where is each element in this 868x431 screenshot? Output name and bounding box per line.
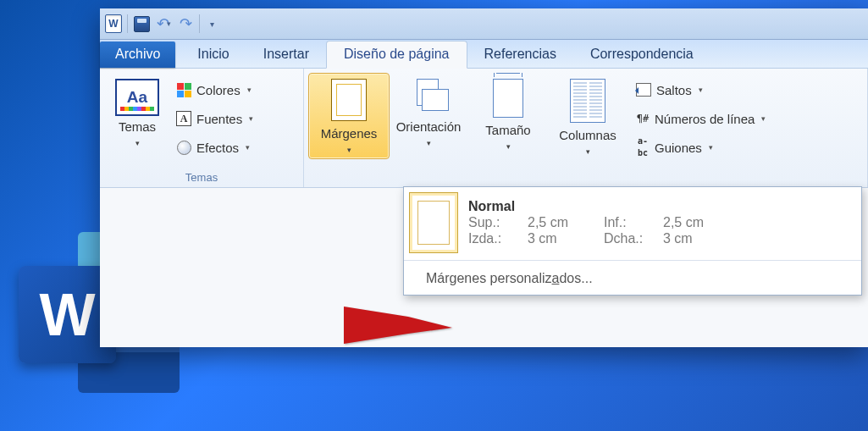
word-window: W ↶▾ ↷ ▾ Archivo Inicio Insertar Diseño … — [100, 8, 868, 347]
colors-icon — [176, 82, 191, 97]
tab-diseno-de-pagina[interactable]: Diseño de página — [326, 41, 467, 69]
line-numbers-icon: ¶# — [636, 112, 650, 125]
effects-icon — [176, 140, 191, 155]
group-label: Temas — [100, 171, 303, 184]
tab-inicio[interactable]: Inicio — [180, 41, 246, 68]
efectos-button[interactable]: Efectos▾ — [171, 135, 258, 160]
chevron-down-icon: ▾ — [699, 86, 703, 94]
orientation-icon — [412, 79, 445, 114]
tab-insertar[interactable]: Insertar — [246, 41, 326, 68]
divider — [199, 14, 200, 33]
guiones-button[interactable]: a-bc Guiones▾ — [631, 135, 771, 160]
chevron-down-icon: ▾ — [246, 143, 250, 152]
chevron-down-icon: ▾ — [586, 147, 590, 156]
chevron-down-icon: ▾ — [506, 142, 511, 151]
size-icon — [493, 79, 523, 118]
orientacion-button[interactable]: Orientación ▾ — [389, 74, 468, 152]
margenes-button[interactable]: Márgenes ▾ — [309, 74, 389, 158]
separator — [404, 260, 861, 261]
numeros-de-linea-button[interactable]: ¶# Números de línea▾ — [631, 106, 771, 131]
breaks-icon — [636, 82, 651, 97]
margenes-personalizados-item[interactable]: Márgenes personalizados... — [404, 262, 861, 295]
divider — [127, 14, 128, 33]
app-menu-icon[interactable]: W — [105, 15, 122, 32]
chevron-down-icon: ▾ — [761, 114, 766, 123]
saltos-button[interactable]: Saltos▾ — [631, 77, 771, 102]
group-configurar-pagina: Márgenes ▾ Orientación ▾ Tamaño ▾ — [304, 69, 868, 187]
themes-icon: Aa — [115, 79, 159, 116]
qat-customize-button[interactable]: ▾ — [205, 15, 222, 32]
preset-name: Normal — [468, 199, 854, 214]
fuentes-button[interactable]: A Fuentes▾ — [171, 106, 258, 131]
redo-button[interactable]: ↷ — [177, 15, 194, 32]
margin-preset-normal[interactable]: Normal Sup.: 2,5 cm Inf.: 2,5 cm Izda.: … — [404, 187, 861, 258]
ribbon-body: Aa Temas ▾ Colores▾ A Fuentes▾ Ef — [100, 69, 868, 188]
hyphenation-icon: a-bc — [636, 141, 650, 153]
ribbon-tabs: Archivo Inicio Insertar Diseño de página… — [100, 40, 868, 69]
chevron-down-icon: ▾ — [427, 139, 431, 147]
chevron-down-icon: ▾ — [247, 86, 252, 94]
chevron-down-icon: ▾ — [249, 114, 253, 123]
tab-correspondencia[interactable]: Correspondencia — [573, 41, 710, 68]
colores-button[interactable]: Colores▾ — [171, 77, 258, 102]
annotation-arrow — [344, 307, 452, 344]
chevron-down-icon: ▾ — [135, 139, 140, 147]
temas-gallery-button[interactable]: Aa Temas ▾ — [105, 74, 169, 150]
chevron-down-icon: ▾ — [709, 143, 713, 152]
margenes-dropdown: Normal Sup.: 2,5 cm Inf.: 2,5 cm Izda.: … — [403, 186, 862, 296]
fonts-icon: A — [176, 111, 191, 126]
tab-referencias[interactable]: Referencias — [467, 41, 573, 68]
margins-preview-icon — [409, 192, 458, 253]
undo-button[interactable]: ↶▾ — [155, 15, 172, 32]
preset-values: Sup.: 2,5 cm Inf.: 2,5 cm Izda.: 3 cm Dc… — [468, 215, 854, 246]
columns-icon — [570, 79, 605, 123]
columnas-button[interactable]: Columnas ▾ — [548, 74, 628, 160]
margins-icon — [331, 79, 367, 121]
group-temas: Aa Temas ▾ Colores▾ A Fuentes▾ Ef — [100, 69, 304, 187]
svg-marker-0 — [344, 307, 452, 344]
quick-access-toolbar: W ↶▾ ↷ ▾ — [100, 8, 868, 40]
chevron-down-icon: ▾ — [347, 146, 351, 154]
save-button[interactable] — [133, 15, 150, 32]
file-tab[interactable]: Archivo — [100, 41, 175, 68]
tamano-button[interactable]: Tamaño ▾ — [468, 74, 548, 155]
